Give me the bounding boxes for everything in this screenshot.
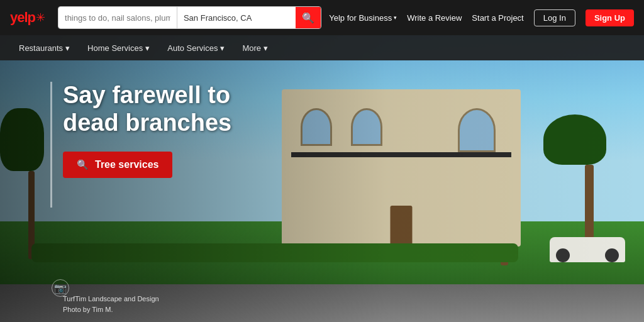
- photo-credit-business: TurfTim Landscape and Design: [63, 294, 159, 304]
- navbar: yelp✳ 🔍 Yelp for Business ▾ Write a Revi…: [0, 0, 644, 35]
- photo-credit: TurfTim Landscape and Design Photo by Ti…: [63, 294, 159, 314]
- start-project-link[interactable]: Start a Project: [472, 13, 523, 23]
- search-bar: 🔍: [58, 6, 321, 29]
- photo-credit-photographer: Photo by Tim M.: [63, 304, 159, 315]
- write-review-link[interactable]: Write a Review: [407, 13, 462, 23]
- logo-text: yelp: [10, 9, 35, 26]
- signup-button[interactable]: Sign Up: [586, 9, 634, 26]
- secondary-nav: Restaurants ▾ Home Services ▾ Auto Servi…: [0, 35, 644, 60]
- camera-icon[interactable]: 📷: [52, 279, 69, 297]
- login-button[interactable]: Log In: [534, 9, 575, 26]
- location-input[interactable]: [177, 7, 296, 28]
- sec-nav-home-services[interactable]: Home Services ▾: [87, 43, 150, 53]
- yelp-for-business-link[interactable]: Yelp for Business ▾: [329, 13, 397, 23]
- nav-links: Yelp for Business ▾ Write a Review Start…: [329, 9, 634, 26]
- logo-burst: ✳: [36, 11, 45, 25]
- hero-headline: Say farewell to dead branches: [63, 82, 231, 136]
- search-input[interactable]: [58, 7, 177, 28]
- chevron-down-icon: ▾: [65, 43, 70, 53]
- chevron-down-icon: ▾: [394, 14, 397, 21]
- left-accent-bar: [50, 82, 52, 208]
- chevron-down-icon: ▾: [220, 43, 225, 53]
- search-icon: 🔍: [77, 159, 89, 170]
- tree-services-button[interactable]: 🔍 Tree services: [63, 152, 172, 178]
- yelp-logo[interactable]: yelp✳: [10, 9, 45, 26]
- search-button[interactable]: 🔍: [296, 7, 321, 28]
- chevron-down-icon: ▾: [264, 43, 268, 53]
- chevron-down-icon: ▾: [145, 43, 150, 53]
- hero-content: Say farewell to dead branches 🔍 Tree ser…: [63, 82, 231, 178]
- sec-nav-more[interactable]: More ▾: [242, 43, 268, 53]
- sec-nav-restaurants[interactable]: Restaurants ▾: [19, 43, 70, 53]
- search-icon: 🔍: [302, 12, 314, 24]
- sec-nav-auto-services[interactable]: Auto Services ▾: [167, 43, 225, 53]
